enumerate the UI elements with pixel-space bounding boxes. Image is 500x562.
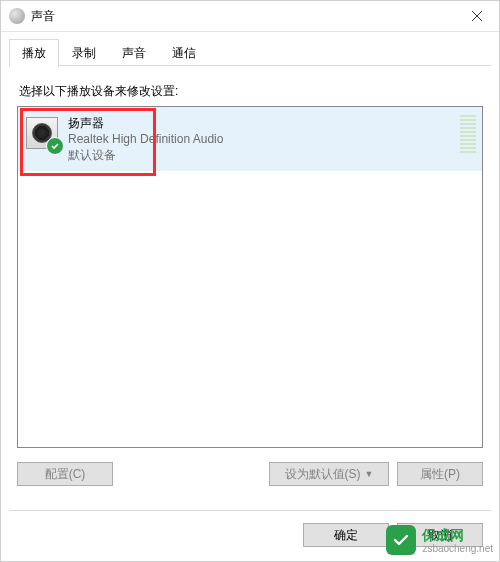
properties-button[interactable]: 属性(P): [397, 462, 483, 486]
close-button[interactable]: [454, 1, 499, 31]
device-driver: Realtek High Definition Audio: [68, 131, 223, 147]
tab-recording[interactable]: 录制: [59, 39, 109, 67]
dialog-button-row: 确定 取消: [303, 523, 483, 547]
device-default-label: 默认设备: [68, 147, 223, 163]
device-button-row: 配置(C) 设为默认值(S) ▼ 属性(P): [17, 462, 483, 486]
chevron-down-icon: ▼: [365, 469, 374, 479]
tab-communications[interactable]: 通信: [159, 39, 209, 67]
tab-playback[interactable]: 播放: [9, 39, 59, 67]
set-default-label: 设为默认值(S): [285, 466, 361, 483]
device-text: 扬声器 Realtek High Definition Audio 默认设备: [68, 115, 223, 163]
device-listbox[interactable]: 扬声器 Realtek High Definition Audio 默认设备: [17, 106, 483, 448]
set-default-button[interactable]: 设为默认值(S) ▼: [269, 462, 389, 486]
close-icon: [472, 11, 482, 21]
tab-underline: [9, 65, 491, 66]
sound-dialog: 声音 播放 录制 声音 通信 选择以下播放设备来修改设置:: [0, 0, 500, 562]
tab-strip: 播放 录制 声音 通信: [1, 32, 499, 66]
default-check-icon: [46, 137, 64, 155]
titlebar: 声音: [1, 1, 499, 32]
app-icon: [9, 8, 25, 24]
configure-button[interactable]: 配置(C): [17, 462, 113, 486]
device-item-speakers[interactable]: 扬声器 Realtek High Definition Audio 默认设备: [18, 107, 482, 171]
separator: [9, 510, 491, 511]
level-meter: [460, 115, 476, 153]
device-name: 扬声器: [68, 115, 223, 131]
ok-button[interactable]: 确定: [303, 523, 389, 547]
cancel-button[interactable]: 取消: [397, 523, 483, 547]
tab-sounds[interactable]: 声音: [109, 39, 159, 67]
tab-panel: 选择以下播放设备来修改设置: 扬声器 Realtek High Definiti…: [1, 67, 499, 486]
window-title: 声音: [31, 8, 454, 25]
device-icon-wrap: [26, 117, 60, 151]
instruction-text: 选择以下播放设备来修改设置:: [19, 83, 483, 100]
